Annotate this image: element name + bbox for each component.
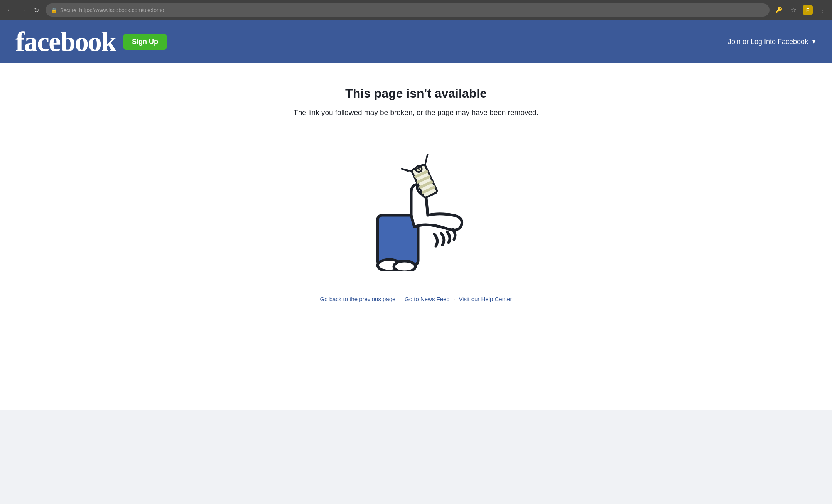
error-subtitle: The link you followed may be broken, or … xyxy=(294,108,538,117)
svg-point-2 xyxy=(394,261,415,271)
forward-button[interactable]: → xyxy=(18,5,29,15)
reload-button[interactable]: ↻ xyxy=(31,5,42,15)
signup-button[interactable]: Sign Up xyxy=(123,34,167,50)
fb-header: facebook Sign Up Join or Log Into Facebo… xyxy=(0,20,832,63)
back-link[interactable]: Go back to the previous page xyxy=(320,296,395,302)
url-text: https://www.facebook.com/usefomo xyxy=(79,7,164,13)
extension-icon[interactable]: F xyxy=(803,5,813,15)
menu-icon[interactable]: ⋮ xyxy=(817,5,827,15)
help-center-link[interactable]: Visit our Help Center xyxy=(459,296,512,302)
url-base: https://www.facebook.com/ xyxy=(79,7,143,13)
browser-chrome: ← → ↻ 🔒 Secure https://www.facebook.com/… xyxy=(0,0,832,20)
fb-logo-area: facebook Sign Up xyxy=(15,28,167,56)
key-icon[interactable]: 🔑 xyxy=(773,5,784,15)
error-title: This page isn't available xyxy=(345,86,487,101)
separator-1: · xyxy=(399,296,401,302)
browser-nav-buttons: ← → ↻ xyxy=(5,5,42,15)
dropdown-arrow-icon: ▼ xyxy=(811,39,817,45)
page-content: This page isn't available The link you f… xyxy=(0,63,832,410)
browser-actions: 🔑 ☆ F ⋮ xyxy=(773,5,827,15)
star-icon[interactable]: ☆ xyxy=(788,5,799,15)
separator-2: · xyxy=(454,296,455,302)
url-path: usefomo xyxy=(143,7,164,13)
secure-text: Secure xyxy=(60,7,76,13)
join-login-area[interactable]: Join or Log Into Facebook ▼ xyxy=(728,38,817,46)
fb-logo[interactable]: facebook xyxy=(15,28,116,56)
address-bar[interactable]: 🔒 Secure https://www.facebook.com/usefom… xyxy=(46,3,770,17)
join-login-label: Join or Log Into Facebook xyxy=(728,38,808,46)
back-button[interactable]: ← xyxy=(5,5,15,15)
news-feed-link[interactable]: Go to News Feed xyxy=(405,296,450,302)
footer-links: Go back to the previous page · Go to New… xyxy=(320,296,512,302)
broken-thumb-illustration xyxy=(354,144,478,273)
lock-icon: 🔒 xyxy=(51,7,57,13)
